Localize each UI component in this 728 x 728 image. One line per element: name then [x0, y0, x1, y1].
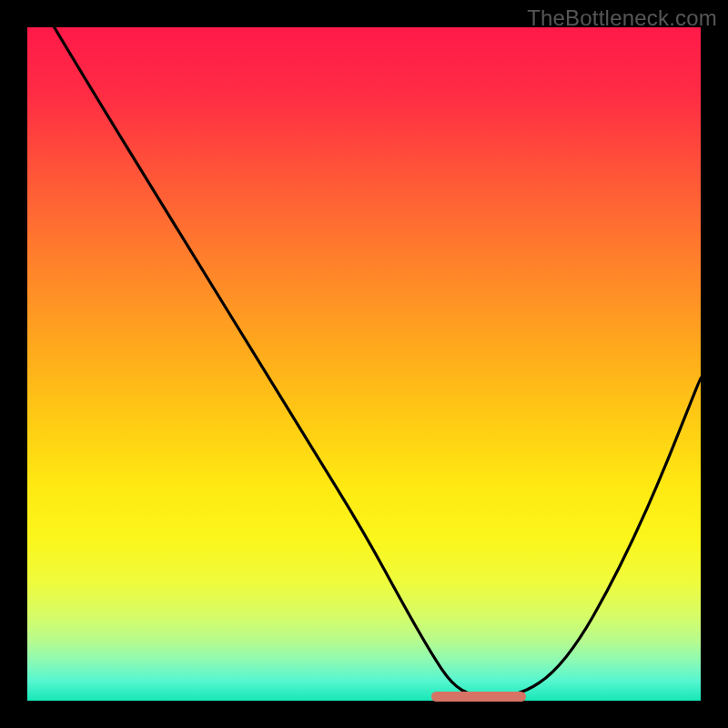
plot-area [27, 27, 701, 701]
watermark-text: TheBottleneck.com [527, 5, 717, 31]
curve-path [55, 27, 701, 697]
curve-layer [27, 27, 701, 701]
chart-frame: TheBottleneck.com [0, 0, 728, 728]
optimal-range-marker [431, 692, 526, 702]
